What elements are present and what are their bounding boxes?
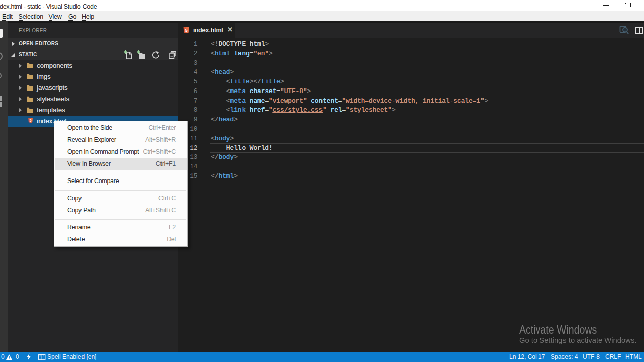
svg-text:5: 5 <box>29 119 31 122</box>
svg-text:5: 5 <box>185 28 187 33</box>
